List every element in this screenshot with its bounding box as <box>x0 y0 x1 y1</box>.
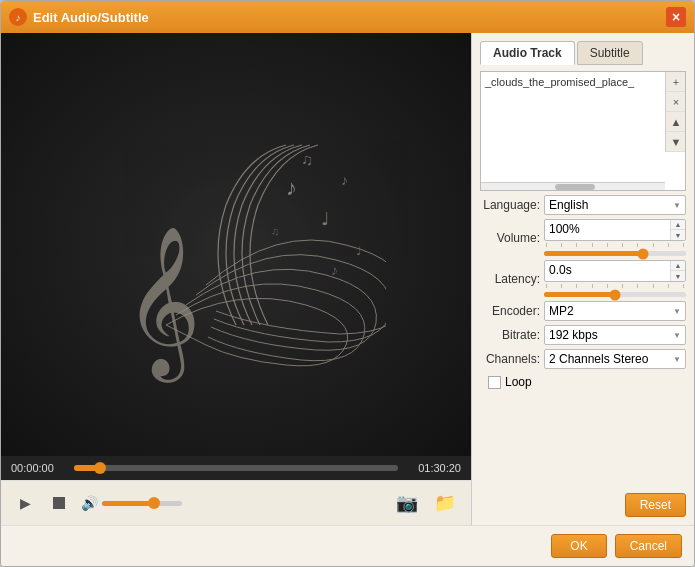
svg-text:♫: ♫ <box>271 225 279 237</box>
folder-button[interactable]: 📁 <box>431 489 459 517</box>
tick <box>561 243 562 247</box>
total-time: 01:30:20 <box>406 462 461 474</box>
bitrate-dropdown[interactable]: 192 kbps ▼ <box>544 325 686 345</box>
loop-label: Loop <box>505 375 532 389</box>
progress-track[interactable] <box>74 465 398 471</box>
latency-slider[interactable] <box>544 292 686 297</box>
tick <box>637 284 638 288</box>
stop-button[interactable] <box>47 491 71 515</box>
volume-range-fill <box>544 251 643 256</box>
tick <box>592 243 593 247</box>
cancel-button[interactable]: Cancel <box>615 534 682 558</box>
move-down-button[interactable]: ▼ <box>666 132 686 152</box>
play-button[interactable]: ▶ <box>13 491 37 515</box>
video-area: 𝄞 ♪ ♩ ♫ ♪ ♩ ♪ ♫ <box>1 33 471 456</box>
tick <box>546 284 547 288</box>
tick <box>653 243 654 247</box>
latency-down-button[interactable]: ▼ <box>671 271 685 281</box>
chevron-down-icon: ▼ <box>673 355 681 364</box>
latency-range-fill <box>544 292 615 297</box>
reset-button[interactable]: Reset <box>625 493 686 517</box>
channels-value: 2 Channels Stereo <box>549 352 648 366</box>
tick <box>668 243 669 247</box>
volume-label: Volume: <box>480 231 540 245</box>
encoder-control: MP2 ▼ <box>544 301 686 321</box>
add-track-button[interactable]: + <box>666 72 686 92</box>
latency-label: Latency: <box>480 272 540 286</box>
volume-slider-track[interactable] <box>102 501 182 506</box>
edit-audio-subtitle-dialog: ♪ Edit Audio/Subtitle × <box>0 0 695 567</box>
tick <box>683 284 684 288</box>
svg-text:♩: ♩ <box>356 244 362 258</box>
chevron-down-icon: ▼ <box>673 331 681 340</box>
screenshot-button[interactable]: 📷 <box>393 489 421 517</box>
language-row: Language: English ▼ <box>480 195 686 215</box>
dialog-title: Edit Audio/Subtitle <box>33 10 666 25</box>
latency-up-button[interactable]: ▲ <box>671 261 685 271</box>
tick <box>668 284 669 288</box>
tick <box>546 243 547 247</box>
tick <box>637 243 638 247</box>
reset-area: Reset <box>480 485 686 517</box>
volume-spinner-arrows: ▲ ▼ <box>670 220 685 240</box>
loop-row: Loop <box>480 375 686 389</box>
scrollbar-thumb <box>555 184 595 190</box>
language-dropdown[interactable]: English ▼ <box>544 195 686 215</box>
controls-bar: ▶ 🔊 📷 📁 <box>1 480 471 525</box>
encoder-dropdown[interactable]: MP2 ▼ <box>544 301 686 321</box>
channels-dropdown[interactable]: 2 Channels Stereo ▼ <box>544 349 686 369</box>
remove-track-button[interactable]: × <box>666 92 686 112</box>
list-item[interactable]: _clouds_the_promised_place_ <box>485 74 681 90</box>
latency-ticks <box>544 284 686 288</box>
latency-spinner[interactable]: 0.0s ▲ ▼ <box>544 260 686 282</box>
latency-range-thumb <box>610 289 621 300</box>
tick <box>622 284 623 288</box>
settings-grid: Language: English ▼ Volume: 100% <box>480 195 686 389</box>
volume-setting-control: 100% ▲ ▼ <box>544 219 686 256</box>
channels-label: Channels: <box>480 352 540 366</box>
move-up-button[interactable]: ▲ <box>666 112 686 132</box>
tick <box>607 284 608 288</box>
volume-slider[interactable] <box>544 251 686 256</box>
bitrate-row: Bitrate: 192 kbps ▼ <box>480 325 686 345</box>
track-scrollbar[interactable] <box>481 182 665 190</box>
volume-spinner[interactable]: 100% ▲ ▼ <box>544 219 686 241</box>
track-list[interactable]: _clouds_the_promised_place_ <box>481 72 685 190</box>
volume-thumb <box>148 497 160 509</box>
svg-text:♪: ♪ <box>341 173 348 188</box>
encoder-value: MP2 <box>549 304 574 318</box>
tick <box>622 243 623 247</box>
close-button[interactable]: × <box>666 7 686 27</box>
language-control: English ▼ <box>544 195 686 215</box>
volume-icon: 🔊 <box>81 495 98 511</box>
tick <box>561 284 562 288</box>
svg-text:♪: ♪ <box>331 263 338 278</box>
bottom-bar: OK Cancel <box>1 525 694 566</box>
svg-text:♩: ♩ <box>321 209 329 229</box>
latency-control: 0.0s ▲ ▼ <box>544 260 686 297</box>
svg-text:♪: ♪ <box>286 175 297 200</box>
volume-range-thumb <box>638 248 649 259</box>
volume-ticks <box>544 243 686 247</box>
volume-up-button[interactable]: ▲ <box>671 220 685 230</box>
tabs-row: Audio Track Subtitle <box>480 41 686 65</box>
loop-checkbox[interactable] <box>488 376 501 389</box>
tab-audio-track[interactable]: Audio Track <box>480 41 575 65</box>
right-panel: Audio Track Subtitle _clouds_the_promise… <box>471 33 694 525</box>
chevron-down-icon: ▼ <box>673 307 681 316</box>
language-label: Language: <box>480 198 540 212</box>
bitrate-value: 192 kbps <box>549 328 598 342</box>
latency-value: 0.0s <box>545 261 670 281</box>
volume-down-button[interactable]: ▼ <box>671 230 685 240</box>
latency-spinner-arrows: ▲ ▼ <box>670 261 685 281</box>
tick <box>576 284 577 288</box>
title-icon: ♪ <box>9 8 27 26</box>
track-list-area: _clouds_the_promised_place_ + × ▲ ▼ <box>480 71 686 191</box>
volume-fill <box>102 501 154 506</box>
bitrate-label: Bitrate: <box>480 328 540 342</box>
music-graphic: 𝄞 ♪ ♩ ♫ ♪ ♩ ♪ ♫ <box>86 105 386 385</box>
current-time: 00:00:00 <box>11 462 66 474</box>
main-content: 𝄞 ♪ ♩ ♫ ♪ ♩ ♪ ♫ 00:00:00 01:30: <box>1 33 694 525</box>
tab-subtitle[interactable]: Subtitle <box>577 41 643 65</box>
ok-button[interactable]: OK <box>551 534 606 558</box>
